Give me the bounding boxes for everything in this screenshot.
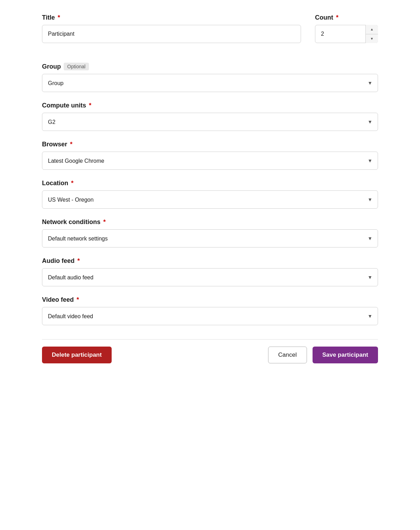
- cancel-button[interactable]: Cancel: [268, 347, 307, 363]
- count-label-text: Count: [315, 14, 333, 21]
- browser-select[interactable]: Latest Google Chrome: [42, 152, 378, 170]
- audio-label: Audio feed*: [42, 257, 378, 265]
- delete-participant-button[interactable]: Delete participant: [42, 347, 112, 363]
- browser-field-group: Browser* Latest Google Chrome ▼: [42, 141, 378, 170]
- audio-select-wrapper: Default audio feed ▼: [42, 268, 378, 286]
- compute-units-label-text: Compute units: [42, 102, 86, 109]
- audio-required-star: *: [77, 257, 80, 265]
- count-required-star: *: [336, 14, 338, 21]
- count-decrement-button[interactable]: ▼: [366, 34, 378, 43]
- network-select[interactable]: Default network settings: [42, 229, 378, 247]
- location-field-group: Location* US West - Oregon ▼: [42, 180, 378, 209]
- network-select-wrapper: Default network settings ▼: [42, 229, 378, 247]
- network-field-group: Network conditions* Default network sett…: [42, 218, 378, 247]
- network-label: Network conditions*: [42, 218, 378, 226]
- location-label: Location*: [42, 180, 378, 187]
- compute-units-select[interactable]: G2: [42, 113, 378, 131]
- footer-row: Delete participant Cancel Save participa…: [42, 339, 378, 363]
- count-increment-button[interactable]: ▲: [366, 25, 378, 34]
- group-label-text: Group: [42, 63, 61, 70]
- browser-required-star: *: [70, 141, 72, 148]
- video-field-group: Video feed* Default video feed ▼: [42, 296, 378, 325]
- browser-select-wrapper: Latest Google Chrome ▼: [42, 152, 378, 170]
- count-label: Count*: [315, 14, 378, 21]
- compute-units-select-wrapper: G2 ▼: [42, 113, 378, 131]
- network-label-text: Network conditions: [42, 218, 100, 226]
- footer-right-buttons: Cancel Save participant: [268, 347, 378, 363]
- compute-units-label: Compute units*: [42, 102, 378, 109]
- count-field-group: Count* ▲ ▼: [315, 14, 378, 43]
- optional-badge: Optional: [64, 63, 89, 70]
- compute-units-field-group: Compute units* G2 ▼: [42, 102, 378, 131]
- title-input[interactable]: [42, 25, 301, 43]
- location-label-text: Location: [42, 180, 68, 187]
- save-participant-button[interactable]: Save participant: [313, 347, 378, 363]
- title-label-text: Title: [42, 14, 55, 21]
- title-label: Title*: [42, 14, 301, 21]
- title-required-star: *: [58, 14, 60, 21]
- video-select-wrapper: Default video feed ▼: [42, 307, 378, 325]
- browser-label-text: Browser: [42, 141, 67, 148]
- location-select-wrapper: US West - Oregon ▼: [42, 190, 378, 209]
- group-label: Group Optional: [42, 63, 378, 70]
- video-label-text: Video feed: [42, 296, 74, 304]
- location-required-star: *: [71, 180, 74, 187]
- browser-label: Browser*: [42, 141, 378, 148]
- group-select[interactable]: Group: [42, 74, 378, 92]
- audio-field-group: Audio feed* Default audio feed ▼: [42, 257, 378, 286]
- count-spinner: ▲ ▼: [365, 25, 378, 43]
- video-label: Video feed*: [42, 296, 378, 304]
- video-select[interactable]: Default video feed: [42, 307, 378, 325]
- group-field-group: Group Optional Group ▼: [42, 63, 378, 92]
- audio-label-text: Audio feed: [42, 257, 75, 265]
- location-select[interactable]: US West - Oregon: [42, 190, 378, 209]
- audio-select[interactable]: Default audio feed: [42, 268, 378, 286]
- compute-units-required-star: *: [89, 102, 91, 109]
- count-input-wrapper: ▲ ▼: [315, 25, 378, 43]
- group-select-wrapper: Group ▼: [42, 74, 378, 92]
- title-count-row: Title* Count* ▲ ▼: [42, 14, 378, 53]
- network-required-star: *: [103, 218, 106, 226]
- video-required-star: *: [77, 296, 79, 304]
- title-field-group: Title*: [42, 14, 301, 43]
- form-container: Title* Count* ▲ ▼ Group Optional Gr: [42, 14, 378, 363]
